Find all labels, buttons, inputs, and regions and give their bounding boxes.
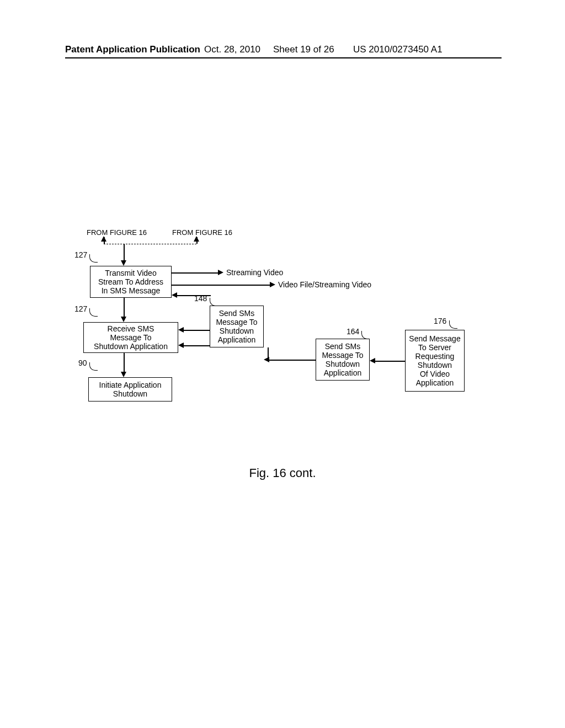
dashed-connector: [104, 244, 196, 244]
connector: [172, 285, 271, 286]
header-date: Oct. 28, 2010: [204, 44, 260, 55]
header-pubnumber: US 2010/0273450 A1: [353, 44, 443, 55]
ref-bracket-icon: [89, 308, 98, 317]
arrow-left-icon: [178, 342, 184, 348]
box-send-sms-164: Send SMs Message To Shutdown Application: [316, 339, 370, 381]
arrow-left-icon: [264, 357, 269, 362]
ref-bracket-icon: [89, 362, 98, 371]
ref-bracket-icon: [361, 331, 370, 339]
page: Patent Application Publication Oct. 28, …: [0, 0, 565, 728]
ref-164: 164: [347, 327, 359, 336]
box-transmit-video: Transmit Video Stream To Address In SMS …: [90, 266, 172, 298]
connector: [172, 272, 219, 274]
ref-bracket-icon: [89, 254, 98, 263]
ref-127a: 127: [74, 250, 87, 259]
ref-90: 90: [78, 358, 87, 367]
box-send-sms-148: Send SMs Message To Shutdown Application: [210, 306, 264, 347]
arrow-down-icon: [121, 260, 126, 266]
ref-148: 148: [194, 294, 207, 303]
connector: [124, 298, 125, 319]
label-video-file-streaming: Video File/Streaming Video: [278, 280, 371, 289]
box-receive-sms: Receive SMS Message To Shutdown Applicat…: [83, 322, 178, 353]
connector: [124, 353, 125, 374]
connector: [268, 347, 269, 360]
arrow-right-icon: [270, 282, 275, 287]
from-figure-right: FROM FIGURE 16: [172, 228, 232, 237]
connector: [268, 360, 316, 361]
arrow-down-icon: [121, 372, 126, 377]
ref-bracket-icon: [210, 298, 218, 306]
connector: [182, 345, 210, 346]
header-sheet: Sheet 19 of 26: [273, 44, 334, 55]
arrow-right-icon: [218, 270, 223, 275]
connector: [182, 330, 210, 331]
ref-127b: 127: [74, 304, 87, 313]
connector: [124, 244, 125, 263]
header: Patent Application Publication Oct. 28, …: [0, 44, 565, 57]
box-send-message-server: Send Message To Server Requesting Shutdo…: [405, 330, 465, 392]
figure-caption: Fig. 16 cont.: [0, 466, 565, 480]
from-figure-left: FROM FIGURE 16: [87, 228, 147, 237]
arrow-left-icon: [178, 327, 184, 333]
ref-176: 176: [434, 317, 446, 325]
connector: [374, 361, 405, 362]
box-initiate-shutdown: Initiate Application Shutdown: [88, 377, 172, 402]
header-publication: Patent Application Publication: [65, 44, 200, 55]
arrow-up-icon: [194, 236, 199, 242]
arrow-up-icon: [101, 236, 106, 242]
ref-bracket-icon: [449, 320, 457, 329]
arrow-left-icon: [370, 358, 375, 363]
label-streaming-video: Streaming Video: [226, 268, 283, 277]
arrow-down-icon: [121, 317, 126, 322]
header-rule: [65, 57, 502, 58]
arrow-left-icon: [172, 292, 177, 298]
